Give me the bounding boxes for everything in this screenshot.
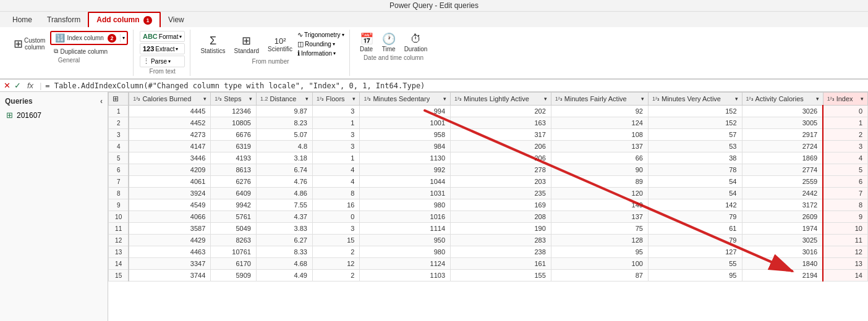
from-text-label: From text — [140, 68, 185, 75]
col-header-calories[interactable]: 1²₃ Calories Burned ▾ — [129, 93, 210, 106]
formula-confirm-icon[interactable]: ✓ — [14, 81, 21, 90]
statistics-button[interactable]: Σ Statistics — [197, 33, 229, 56]
table-row[interactable]: 134463107618.33298023895127301612 — [109, 246, 868, 258]
cell: 3.18 — [256, 152, 312, 164]
cell: 2 — [823, 129, 867, 141]
data-grid-container[interactable]: ⊞ 1²₃ Calories Burned ▾ 1²₃ Steps — [108, 92, 868, 321]
query-item-201607[interactable]: ⊞ 201607 — [2, 108, 105, 122]
cell: 5761 — [211, 211, 257, 223]
cell: 2774 — [742, 164, 823, 176]
col-header-minutes-fairly[interactable]: 1²₃ Minutes Fairly Active ▾ — [551, 93, 648, 106]
format-button[interactable]: ABC Format ▾ — [140, 31, 185, 42]
table-row[interactable]: 3427366765.0739583171085729172 — [109, 129, 868, 141]
table-row[interactable]: 11358750493.83311141907561197410 — [109, 223, 868, 235]
table-row[interactable]: 15374459094.49211031558795219414 — [109, 270, 868, 281]
table-row[interactable]: 6420986136.744992278907827745 — [109, 164, 868, 176]
col-filter-steps[interactable]: ▾ — [249, 96, 252, 102]
col-filter-calories[interactable]: ▾ — [203, 96, 206, 102]
formula-cancel-icon[interactable]: ✕ — [4, 81, 11, 90]
duplicate-column-button[interactable]: ⧉ Duplicate column — [50, 46, 111, 56]
col-header-index[interactable]: 1²₃ Index ▾ — [823, 93, 867, 106]
cell: 4209 — [129, 164, 210, 176]
col-header-floors[interactable]: 1²₃ Floors ▾ — [313, 93, 360, 106]
queries-header: Queries ‹ — [2, 94, 105, 108]
index-column-split[interactable]: 🔢 Index column 2 ▾ — [50, 31, 127, 45]
col-header-minutes-very[interactable]: 1²₃ Minutes Very Active ▾ — [648, 93, 742, 106]
col-filter-floors[interactable]: ▾ — [352, 96, 355, 102]
col-filter-index[interactable]: ▾ — [861, 96, 864, 102]
cell: 8 — [313, 188, 360, 199]
scientific-button[interactable]: 10² Scientific — [264, 35, 296, 54]
row-number: 8 — [109, 188, 129, 199]
col-header-distance[interactable]: 1.2 Distance ▾ — [256, 93, 312, 106]
information-icon: ℹ — [297, 49, 300, 57]
index-icon: 🔢 — [55, 33, 65, 43]
queries-title: Queries — [5, 97, 33, 106]
tab-view[interactable]: View — [161, 12, 192, 27]
col-header-minutes-sedentary[interactable]: 1²₃ Minutes Sedentary ▾ — [360, 93, 451, 106]
table-row[interactable]: 9454999427.551698016914914231728 — [109, 199, 868, 211]
rounding-button[interactable]: ◫ Rounding ▾ — [297, 40, 344, 48]
cell: 124 — [551, 117, 648, 129]
row-number: 11 — [109, 223, 129, 235]
cell: 128 — [551, 235, 648, 246]
table-row[interactable]: 14334761704.6812112416110055184013 — [109, 258, 868, 270]
col-label-calories: Calories Burned — [142, 95, 191, 102]
cell: 206 — [451, 152, 551, 164]
table-row[interactable]: 12442982636.271595028312879302511 — [109, 235, 868, 246]
general-label: General — [10, 57, 128, 64]
col-type-distance: 1.2 — [260, 96, 268, 102]
row-number: 12 — [109, 235, 129, 246]
trigonometry-button[interactable]: ∿ Trigonometry ▾ — [297, 31, 344, 39]
tab-add-column[interactable]: Add column 1 — [88, 12, 161, 27]
col-label-lightly: Minutes Lightly Active — [464, 95, 529, 102]
table-row[interactable]: 7406162764.7641044203895425596 — [109, 176, 868, 188]
cell: 238 — [451, 246, 551, 258]
col-filter-fairly[interactable]: ▾ — [641, 96, 644, 102]
index-column-dropdown[interactable]: ▾ — [120, 34, 127, 42]
index-column-button[interactable]: 🔢 Index column 2 — [51, 32, 119, 44]
cell: 3172 — [742, 199, 823, 211]
trig-arrow: ▾ — [342, 32, 344, 38]
col-filter-activity[interactable]: ▾ — [816, 96, 819, 102]
cell: 8613 — [211, 164, 257, 176]
table-row[interactable]: 4414763194.839842061375327243 — [109, 141, 868, 152]
row-number: 6 — [109, 164, 129, 176]
col-filter-very[interactable]: ▾ — [735, 96, 738, 102]
time-icon: 🕐 — [382, 32, 396, 46]
col-header-activity-calories[interactable]: 1²₃ Activity Calories ▾ — [742, 93, 823, 106]
queries-collapse-button[interactable]: ‹ — [100, 97, 103, 106]
table-row[interactable]: 14445123469.8739942029215230260 — [109, 106, 868, 117]
cell: 980 — [360, 199, 451, 211]
table-row[interactable]: 10406657614.37010162081377926099 — [109, 211, 868, 223]
col-filter-sedentary[interactable]: ▾ — [443, 96, 446, 102]
formula-input[interactable] — [45, 81, 864, 90]
col-header-steps[interactable]: 1²₃ Steps ▾ — [211, 93, 257, 106]
cell: 1031 — [360, 188, 451, 199]
col-filter-distance[interactable]: ▾ — [305, 96, 308, 102]
parse-button[interactable]: ⋮ Parse ▾ — [140, 56, 185, 67]
duration-button[interactable]: ⏱ Duration — [401, 31, 432, 54]
cell: 208 — [451, 211, 551, 223]
extract-button[interactable]: 123 Extract ▾ — [140, 43, 185, 54]
col-label-very: Minutes Very Active — [662, 95, 721, 102]
tab-home[interactable]: Home — [5, 12, 40, 27]
cell: 278 — [451, 164, 551, 176]
col-filter-lightly[interactable]: ▾ — [544, 96, 547, 102]
table-row[interactable]: 24452108058.231100116312415230051 — [109, 117, 868, 129]
table-row[interactable]: 8392464094.86810312351205424427 — [109, 188, 868, 199]
information-button[interactable]: ℹ Information ▾ — [297, 49, 344, 57]
tab-transform[interactable]: Transform — [40, 12, 88, 27]
cell: 3005 — [742, 117, 823, 129]
time-button[interactable]: 🕐 Time — [378, 31, 399, 54]
cell: 2609 — [742, 211, 823, 223]
cell: 6676 — [211, 129, 257, 141]
date-button[interactable]: 📅 Date — [356, 31, 377, 54]
col-header-minutes-lightly[interactable]: 1²₃ Minutes Lightly Active ▾ — [451, 93, 551, 106]
cell: 66 — [551, 152, 648, 164]
table-row[interactable]: 5344641933.1811130206663818694 — [109, 152, 868, 164]
extract-icon: 123 — [143, 45, 154, 52]
cell: 12 — [823, 246, 867, 258]
custom-column-button[interactable]: ⊞ Customcolumn — [10, 36, 49, 52]
standard-button[interactable]: ⊞ Standard — [230, 33, 263, 56]
